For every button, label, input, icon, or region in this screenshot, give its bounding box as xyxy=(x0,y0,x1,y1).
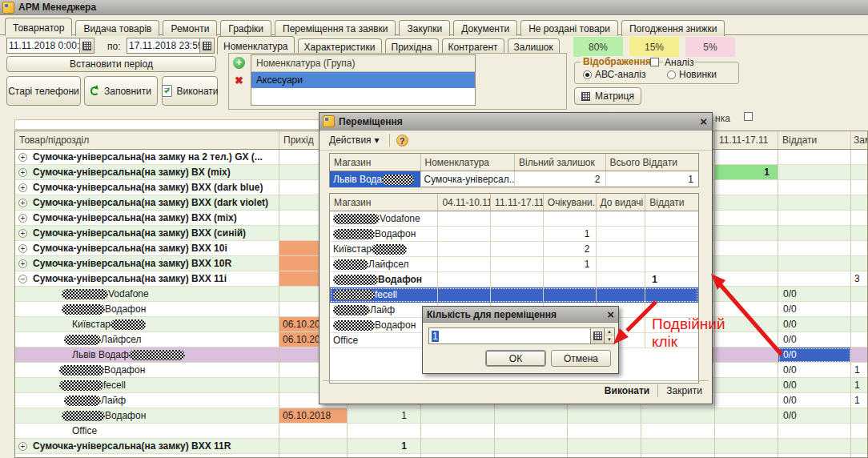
cancel-button[interactable]: Отмена xyxy=(551,350,611,367)
grid-row[interactable]: Водафон 05.10.2018 1 0/0 xyxy=(15,408,867,424)
cell-tovydachi[interactable] xyxy=(597,257,646,272)
cell[interactable] xyxy=(438,242,491,257)
expand-icon[interactable]: + xyxy=(18,168,27,177)
cell-week[interactable] xyxy=(715,287,778,302)
cell[interactable] xyxy=(641,439,715,454)
expand-icon[interactable]: + xyxy=(18,229,27,238)
filter-tab[interactable]: Контрагент xyxy=(442,38,504,54)
cell-expected[interactable]: 1 xyxy=(544,257,597,272)
cell[interactable] xyxy=(421,424,495,439)
cell-expected[interactable]: 1 xyxy=(544,227,597,242)
spin-up-icon[interactable]: ▲ xyxy=(605,328,614,336)
cell-week[interactable] xyxy=(715,363,778,378)
cell-viddaty[interactable] xyxy=(778,241,851,256)
cell[interactable] xyxy=(641,454,715,458)
partial-checkbox[interactable] xyxy=(744,112,753,121)
summary-row[interactable]: Львів Вода Сумочка-універсал... 2 1 xyxy=(330,171,698,188)
cell-week[interactable] xyxy=(715,195,778,211)
cell[interactable] xyxy=(421,408,495,424)
cell[interactable]: 1 xyxy=(348,408,421,424)
cell[interactable] xyxy=(491,242,544,257)
close-link[interactable]: Закрити xyxy=(666,385,702,396)
analysis-checkbox[interactable] xyxy=(650,58,659,66)
main-tab[interactable]: Документи xyxy=(453,20,517,36)
filter-tab[interactable]: Номенклатура xyxy=(217,36,295,54)
execute-button[interactable]: Виконати xyxy=(162,76,218,106)
cell-week[interactable] xyxy=(715,378,778,393)
cell-viddaty[interactable] xyxy=(778,256,851,271)
cell-viddaty[interactable] xyxy=(645,242,698,257)
cell-expected[interactable] xyxy=(544,211,597,227)
cell-viddaty[interactable] xyxy=(645,287,698,303)
cell-viddaty[interactable] xyxy=(778,439,851,454)
cell-week[interactable] xyxy=(715,150,778,165)
filter-tab[interactable]: Прихідна xyxy=(385,38,439,54)
cell-zam[interactable]: 1 xyxy=(851,363,868,378)
cell-zam[interactable] xyxy=(851,241,868,256)
expand-icon[interactable]: + xyxy=(18,259,27,268)
main-tab[interactable]: Товарнатор xyxy=(5,18,72,36)
expand-icon[interactable]: + xyxy=(18,183,27,192)
cell-zam[interactable] xyxy=(851,348,868,363)
cell-viddaty[interactable] xyxy=(778,454,851,458)
store-row[interactable]: Лайфсел 1 xyxy=(330,257,698,272)
cell[interactable] xyxy=(438,257,491,272)
cell[interactable] xyxy=(438,287,491,303)
abc-analysis-radio[interactable]: АВС-аналіз xyxy=(583,69,645,80)
cell-viddaty[interactable] xyxy=(645,211,698,227)
filter-tab[interactable]: Характеристики xyxy=(298,38,382,54)
cell[interactable] xyxy=(438,211,491,227)
cell-zam[interactable] xyxy=(851,195,868,211)
expand-icon[interactable]: − xyxy=(18,275,27,283)
cell-zam[interactable] xyxy=(851,302,868,317)
shop-cell[interactable]: Львів Вода xyxy=(330,171,421,188)
cell-prihod[interactable] xyxy=(279,424,348,439)
actions-menu[interactable]: Действия▾ xyxy=(326,133,383,147)
store-row[interactable]: fecell xyxy=(330,287,698,303)
calc-button[interactable] xyxy=(591,327,605,344)
cell-week[interactable] xyxy=(715,454,778,458)
main-tab[interactable]: Не роздані товари xyxy=(520,20,618,36)
cell[interactable] xyxy=(421,439,495,454)
cell-prihod[interactable] xyxy=(279,439,348,454)
cell[interactable] xyxy=(495,424,568,439)
cell-viddaty[interactable]: 0/0 xyxy=(778,393,851,408)
fill-button[interactable]: Заповнити xyxy=(84,76,158,106)
help-icon[interactable]: ? xyxy=(396,135,408,147)
cell-viddaty[interactable] xyxy=(645,227,698,242)
cell-week[interactable] xyxy=(715,393,778,408)
expand-icon[interactable]: + xyxy=(18,442,27,451)
cell[interactable] xyxy=(491,287,544,303)
cell-viddaty[interactable] xyxy=(778,150,851,165)
cell-zam[interactable] xyxy=(851,256,868,271)
store-row[interactable]: Київстар 2 xyxy=(330,242,698,257)
cell[interactable]: 1 xyxy=(348,454,421,458)
cell-viddaty[interactable]: 0/0 xyxy=(778,408,851,424)
cell-zam[interactable] xyxy=(851,317,868,332)
cell[interactable] xyxy=(491,257,544,272)
delete-button[interactable]: ✖ xyxy=(233,74,245,86)
cell-expected[interactable] xyxy=(544,287,597,303)
add-button[interactable]: + xyxy=(233,57,245,69)
cell-zam[interactable] xyxy=(851,211,868,226)
expand-icon[interactable]: + xyxy=(18,153,27,162)
cell[interactable] xyxy=(491,272,544,287)
cell-viddaty[interactable]: 0/0 xyxy=(778,348,851,363)
cell-viddaty[interactable]: 1 xyxy=(645,272,698,287)
date-to-calendar-button[interactable] xyxy=(200,38,215,54)
cell-viddaty[interactable]: 0/0 xyxy=(778,302,851,317)
cell-week[interactable] xyxy=(715,226,778,241)
cell[interactable] xyxy=(495,439,568,454)
cell-zam[interactable] xyxy=(851,150,868,165)
grid-row[interactable]: Office xyxy=(15,424,867,439)
expand-icon[interactable]: + xyxy=(18,214,27,223)
cell-week[interactable] xyxy=(715,424,778,439)
nomenclature-selected-row[interactable]: Аксесуари xyxy=(251,72,475,88)
expand-icon[interactable]: + xyxy=(18,244,27,253)
cell[interactable] xyxy=(568,454,641,458)
cell-viddaty[interactable] xyxy=(778,211,851,226)
cell[interactable] xyxy=(495,454,568,458)
cell-tovydachi[interactable] xyxy=(597,242,646,257)
cell[interactable]: 1 xyxy=(348,439,421,454)
cell-viddaty[interactable] xyxy=(778,271,851,287)
